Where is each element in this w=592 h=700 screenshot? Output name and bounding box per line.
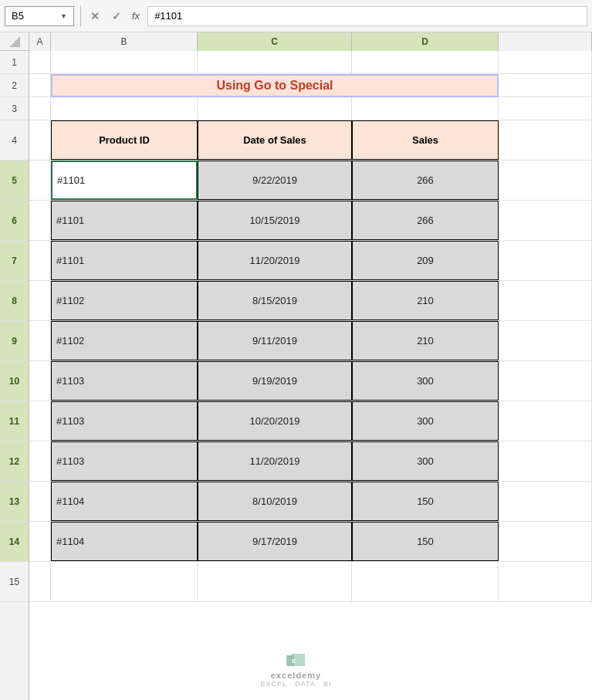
row-num-12: 12 xyxy=(0,441,29,482)
cell-c12[interactable]: 11/20/2019 xyxy=(198,441,352,481)
header-product-id: Product ID xyxy=(51,120,198,160)
formula-icons-group: ✕ ✓ xyxy=(87,8,124,24)
cell-d9[interactable]: 210 xyxy=(352,321,499,360)
select-all-icon[interactable] xyxy=(9,36,20,47)
row-numbers: 1 2 3 4 5 6 7 8 9 10 11 12 13 14 15 xyxy=(0,51,29,700)
spreadsheet: A B C D 1 2 3 4 5 6 7 8 9 10 11 12 13 14… xyxy=(0,32,592,700)
row-10: #1103 9/19/2019 300 xyxy=(29,361,592,401)
cell-d3[interactable] xyxy=(352,97,499,120)
cell-reference-box[interactable]: B5 ▼ xyxy=(5,6,74,26)
cell-d1[interactable] xyxy=(352,51,499,73)
row-9: #1102 9/11/2019 210 xyxy=(29,321,592,361)
cell-ref-text: B5 xyxy=(12,10,24,22)
cell-b1[interactable] xyxy=(51,51,198,73)
cell-b6[interactable]: #1101 xyxy=(51,201,198,240)
cell-b13[interactable]: #1104 xyxy=(51,482,198,521)
cell-a5[interactable] xyxy=(29,161,51,200)
cell-e9 xyxy=(499,321,592,360)
row-num-14: 14 xyxy=(0,522,29,562)
cell-d7[interactable]: 209 xyxy=(352,241,499,280)
row-num-4: 4 xyxy=(0,120,29,161)
cell-a7[interactable] xyxy=(29,241,51,280)
cell-d10[interactable]: 300 xyxy=(352,361,499,401)
col-header-a: A xyxy=(29,32,51,51)
cell-c13[interactable]: 8/10/2019 xyxy=(198,482,352,521)
cell-a6[interactable] xyxy=(29,201,51,240)
cell-b14[interactable]: #1104 xyxy=(51,522,198,561)
row-num-5: 5 xyxy=(0,161,29,201)
column-headers: A B C D xyxy=(0,32,592,51)
cell-b10[interactable]: #1103 xyxy=(51,361,198,401)
cell-c7[interactable]: 11/20/2019 xyxy=(198,241,352,280)
header-sales: Sales xyxy=(352,120,499,160)
cell-a13[interactable] xyxy=(29,482,51,521)
formula-input[interactable] xyxy=(147,6,587,26)
cell-d15[interactable] xyxy=(352,562,499,601)
cell-c6[interactable]: 10/15/2019 xyxy=(198,201,352,240)
cell-a15[interactable] xyxy=(29,562,51,601)
cell-e10 xyxy=(499,361,592,401)
cell-d8[interactable]: 210 xyxy=(352,281,499,320)
row-6: #1101 10/15/2019 266 xyxy=(29,201,592,241)
title-cell: Using Go to Special xyxy=(51,74,499,97)
cell-a3[interactable] xyxy=(29,97,51,120)
cell-a9[interactable] xyxy=(29,321,51,360)
cell-d5[interactable]: 266 xyxy=(352,161,499,200)
fx-label: fx xyxy=(129,10,143,22)
confirm-icon[interactable]: ✓ xyxy=(109,8,124,24)
cell-b15[interactable] xyxy=(51,562,198,601)
cell-b12[interactable]: #1103 xyxy=(51,441,198,481)
cell-c3[interactable] xyxy=(198,97,352,120)
row-2: Using Go to Special xyxy=(29,74,592,97)
col-header-e xyxy=(499,32,592,51)
cell-d13[interactable]: 150 xyxy=(352,482,499,521)
row-14: #1104 9/17/2019 150 xyxy=(29,522,592,562)
cell-a2[interactable] xyxy=(29,74,51,96)
cell-b3[interactable] xyxy=(51,97,198,120)
cell-d6[interactable]: 266 xyxy=(352,201,499,240)
row-num-2: 2 xyxy=(0,74,29,97)
cell-a11[interactable] xyxy=(29,401,51,441)
cell-d11[interactable]: 300 xyxy=(352,401,499,441)
cell-c1[interactable] xyxy=(198,51,352,73)
cancel-icon[interactable]: ✕ xyxy=(87,8,103,24)
row-11: #1103 10/20/2019 300 xyxy=(29,401,592,441)
cell-a12[interactable] xyxy=(29,441,51,481)
cell-c8[interactable]: 8/15/2019 xyxy=(198,281,352,320)
cell-ref-dropdown-icon: ▼ xyxy=(60,12,67,20)
cell-e12 xyxy=(499,441,592,481)
cell-b9[interactable]: #1102 xyxy=(51,321,198,360)
row-3 xyxy=(29,97,592,120)
col-header-c: C xyxy=(198,32,352,51)
grid-content: Using Go to Special Product ID Date of S… xyxy=(29,51,592,700)
cell-c15[interactable] xyxy=(198,562,352,601)
cell-b8[interactable]: #1102 xyxy=(51,281,198,320)
cell-a8[interactable] xyxy=(29,281,51,320)
cell-c11[interactable]: 10/20/2019 xyxy=(198,401,352,441)
cell-a1[interactable] xyxy=(29,51,51,73)
cell-b5[interactable]: #1101 xyxy=(51,161,198,200)
cell-b7[interactable]: #1101 xyxy=(51,241,198,280)
row-num-9: 9 xyxy=(0,321,29,361)
cell-e7 xyxy=(499,241,592,280)
cell-c9[interactable]: 9/11/2019 xyxy=(198,321,352,360)
row-1 xyxy=(29,51,592,74)
corner-cell xyxy=(0,32,29,50)
formula-bar-separator xyxy=(80,5,81,27)
row-num-10: 10 xyxy=(0,361,29,401)
cell-d12[interactable]: 300 xyxy=(352,441,499,481)
exceldemy-logo-icon: E xyxy=(285,652,306,669)
cell-c10[interactable]: 9/19/2019 xyxy=(198,361,352,401)
cell-a4[interactable] xyxy=(29,120,51,160)
cell-b11[interactable]: #1103 xyxy=(51,401,198,441)
cell-d14[interactable]: 150 xyxy=(352,522,499,561)
svg-marker-0 xyxy=(9,36,20,47)
cell-e15 xyxy=(499,562,592,601)
cell-e11 xyxy=(499,401,592,441)
header-date-of-sales: Date of Sales xyxy=(198,120,352,160)
cell-a14[interactable] xyxy=(29,522,51,561)
cell-c5[interactable]: 9/22/2019 xyxy=(198,161,352,200)
cell-c14[interactable]: 9/17/2019 xyxy=(198,522,352,561)
row-7: #1101 11/20/2019 209 xyxy=(29,241,592,281)
cell-a10[interactable] xyxy=(29,361,51,401)
